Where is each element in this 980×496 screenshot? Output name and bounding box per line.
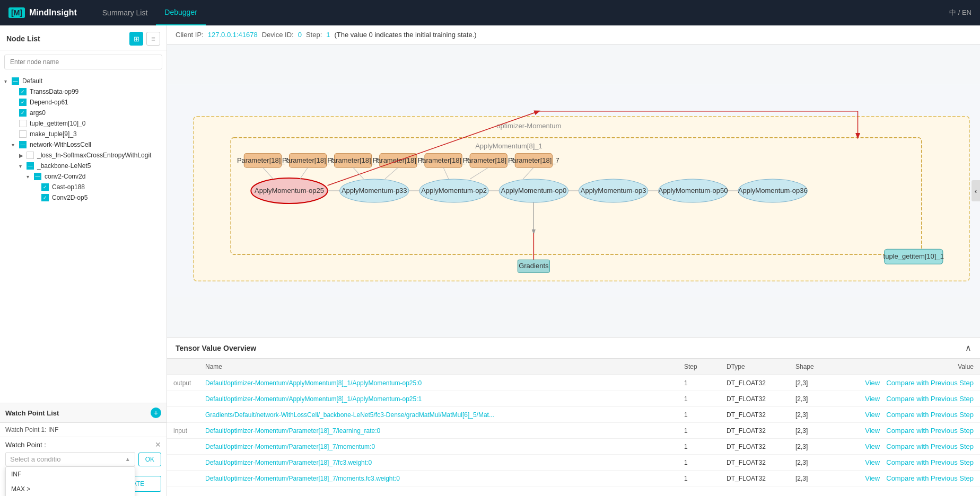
close-watch-point-button[interactable]: ✕ xyxy=(155,440,161,449)
tree-item-depend[interactable]: ✓ Depend-op61 xyxy=(4,97,162,108)
tree-label-tuple: tuple_getitem[10]_0 xyxy=(30,120,85,127)
tree-item-tuple[interactable]: tuple_getitem[10]_0 xyxy=(4,118,162,129)
tree-item-network[interactable]: ▾ — network-WithLossCell xyxy=(4,139,162,150)
row-value: ViewCompare with Previous Step xyxy=(832,471,980,486)
condition-max-gt[interactable]: MAX > xyxy=(6,482,135,496)
tree-item-cast[interactable]: ✓ Cast-op188 xyxy=(4,182,162,192)
tensor-table: Name Step DType Shape Value outputDefaul… xyxy=(167,359,980,486)
tree-label-network: network-WithLossCell xyxy=(30,141,91,148)
row-name[interactable]: Gradients/Default/network-WithLossCell/_… xyxy=(199,407,678,423)
collapse-handle[interactable]: ‹ xyxy=(972,180,980,201)
compare-link[interactable]: Compare with Previous Step xyxy=(886,474,974,482)
view-link[interactable]: View xyxy=(865,474,880,482)
svg-text:Gradients: Gradients xyxy=(519,262,549,270)
row-group-label: output xyxy=(167,375,199,391)
row-name[interactable]: Default/optimizer-Momentum/ApplyMomentum… xyxy=(199,391,678,407)
condition-select-text: Select a conditio xyxy=(10,455,60,463)
tree-item-make-tuple[interactable]: make_tuple[9]_3 xyxy=(4,129,162,139)
checkbox-mark: ✓ xyxy=(43,184,47,190)
step-label: Step: xyxy=(306,31,322,39)
row-group-label: input xyxy=(167,423,199,439)
graph-area[interactable]: optimizer-Momentum ApplyMomentum[8]_1 Ap… xyxy=(167,45,980,337)
tensor-area: Tensor Value Overview ∧ Name Step DType … xyxy=(167,337,980,496)
lang-switch[interactable]: 中 / EN xyxy=(949,8,972,17)
nav-debugger[interactable]: Debugger xyxy=(156,0,206,25)
add-watch-point-button[interactable]: + xyxy=(151,408,161,418)
client-ip-value: 127.0.0.1:41678 xyxy=(208,31,258,39)
row-dtype: DT_FLOAT32 xyxy=(720,375,789,391)
table-row: Default/optimizer-Momentum/Parameter[18]… xyxy=(167,471,980,486)
tree-label-args0: args0 xyxy=(30,109,46,117)
condition-select[interactable]: Select a conditio ▲ xyxy=(5,452,135,466)
row-value: ViewCompare with Previous Step xyxy=(832,455,980,471)
row-name[interactable]: Default/optimizer-Momentum/Parameter[18]… xyxy=(199,423,678,439)
tree-item-backbone[interactable]: ▾ — _backbone-LeNet5 xyxy=(4,161,162,171)
view-link[interactable]: View xyxy=(865,395,880,403)
compare-link[interactable]: Compare with Previous Step xyxy=(886,458,974,466)
watch-point-panel: Watch Point List + Watch Point 1: INF Wa… xyxy=(0,403,167,496)
view-link[interactable]: View xyxy=(865,411,880,419)
compare-link[interactable]: Compare with Previous Step xyxy=(886,395,974,403)
tree-label-backbone: _backbone-LeNet5 xyxy=(37,162,91,170)
row-dtype: DT_FLOAT32 xyxy=(720,391,789,407)
device-id-label: Device ID: xyxy=(262,31,294,39)
watch-point-form-label: Watch Point : ✕ xyxy=(5,440,161,449)
graph-svg: optimizer-Momentum ApplyMomentum[8]_1 Ap… xyxy=(167,45,980,337)
expand-arrow-loss-fn: ▶ xyxy=(19,153,27,158)
checkbox-network: — xyxy=(19,141,27,148)
list-view-button[interactable]: ≡ xyxy=(146,32,160,46)
tensor-collapse-button[interactable]: ∧ xyxy=(965,343,972,353)
row-name[interactable]: Default/optimizer-Momentum/ApplyMomentum… xyxy=(199,375,678,391)
view-link[interactable]: View xyxy=(865,379,880,387)
collapse-icon: ‹ xyxy=(975,187,977,195)
row-name[interactable]: Default/optimizer-Momentum/Parameter[18]… xyxy=(199,471,678,486)
tree-label-make-tuple: make_tuple[9]_3 xyxy=(30,130,77,138)
condition-inf[interactable]: INF xyxy=(6,467,135,482)
tree-item-args0[interactable]: ✓ args0 xyxy=(4,108,162,118)
logo-box: [M] xyxy=(8,7,25,18)
row-dtype: DT_FLOAT32 xyxy=(720,423,789,439)
logo-text: MindInsight xyxy=(29,8,77,17)
node-search-input[interactable] xyxy=(4,55,162,69)
condition-ok-button[interactable]: OK xyxy=(138,453,161,466)
checkbox-depend: ✓ xyxy=(19,99,27,106)
watch-point-header: Watch Point List + xyxy=(0,403,167,423)
svg-text:ApplyMomentum-op0: ApplyMomentum-op0 xyxy=(501,187,566,194)
view-link[interactable]: View xyxy=(865,442,880,450)
tree-area: ▾ — Default ✓ TranssData-op99 ✓ xyxy=(0,74,167,403)
tree-item-transdata[interactable]: ✓ TranssData-op99 xyxy=(4,86,162,97)
row-name[interactable]: Default/optimizer-Momentum/Parameter[18]… xyxy=(199,455,678,471)
tree-item-conv2d-op5[interactable]: ✓ Conv2D-op5 xyxy=(4,192,162,203)
grid-view-button[interactable]: ⊞ xyxy=(129,32,143,46)
nav-summary-list[interactable]: Summary List xyxy=(94,0,156,25)
row-dtype: DT_FLOAT32 xyxy=(720,455,789,471)
watch-point-list-title: Watch Point List xyxy=(5,409,59,417)
row-group-label xyxy=(167,407,199,423)
compare-link[interactable]: Compare with Previous Step xyxy=(886,442,974,450)
th-shape: Shape xyxy=(789,359,832,375)
svg-text:Parameter[18]_7: Parameter[18]_7 xyxy=(282,156,334,164)
grid-icon: ⊞ xyxy=(134,35,139,43)
tensor-title: Tensor Value Overview xyxy=(176,344,256,352)
top-navigation: [M] MindInsight Summary List Debugger 中 … xyxy=(0,0,980,25)
row-name[interactable]: Default/optimizer-Momentum/Parameter[18]… xyxy=(199,439,678,455)
row-dtype: DT_FLOAT32 xyxy=(720,439,789,455)
expand-arrow-conv2: ▾ xyxy=(27,174,34,180)
checkbox-mark: — xyxy=(21,142,25,147)
row-group-label xyxy=(167,439,199,455)
checkbox-default: — xyxy=(12,77,19,85)
row-value: ViewCompare with Previous Step xyxy=(832,439,980,455)
tree-item-default[interactable]: ▾ — Default xyxy=(4,76,162,86)
view-link[interactable]: View xyxy=(865,458,880,466)
th-value: Value xyxy=(832,359,980,375)
compare-link[interactable]: Compare with Previous Step xyxy=(886,379,974,387)
compare-link[interactable]: Compare with Previous Step xyxy=(886,427,974,435)
tree-item-loss-fn[interactable]: ▶ _loss_fn-SoftmaxCrossEntropyWithLogit xyxy=(4,150,162,161)
view-link[interactable]: View xyxy=(865,427,880,435)
compare-link[interactable]: Compare with Previous Step xyxy=(886,411,974,419)
logo: [M] MindInsight xyxy=(8,7,77,18)
watch-point-inf: Watch Point 1: INF xyxy=(0,423,167,437)
tree-item-conv2[interactable]: ▾ — conv2-Conv2d xyxy=(4,171,162,182)
checkbox-loss-fn xyxy=(27,152,34,159)
row-value: ViewCompare with Previous Step xyxy=(832,423,980,439)
